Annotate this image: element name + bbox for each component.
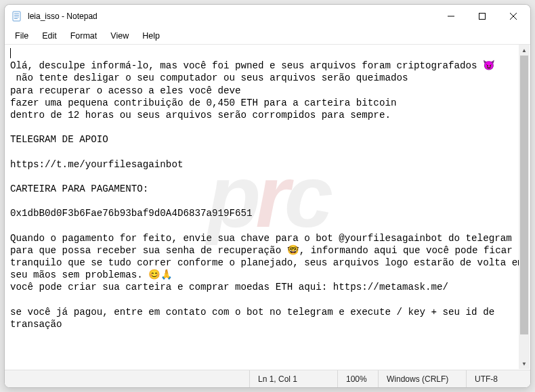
notepad-icon	[12, 11, 22, 22]
menu-edit[interactable]: Edit	[36, 29, 63, 43]
statusbar: Ln 1, Col 1 100% Windows (CRLF) UTF-8	[5, 370, 530, 387]
menu-help[interactable]: Help	[136, 29, 166, 43]
status-zoom: 100%	[337, 370, 378, 387]
status-encoding: UTF-8	[466, 370, 530, 387]
scroll-down-arrow-icon[interactable]: ▼	[519, 358, 530, 369]
svg-rect-6	[479, 14, 486, 20]
close-button[interactable]	[498, 5, 529, 27]
svg-rect-0	[13, 12, 20, 21]
scroll-up-arrow-icon[interactable]: ▲	[519, 45, 530, 56]
menubar: File Edit Format View Help	[5, 28, 530, 45]
menu-file[interactable]: File	[9, 29, 35, 43]
scrollbar-thumb[interactable]	[520, 56, 528, 334]
text-editor[interactable]: Olá, desculpe informá-lo, mas você foi p…	[5, 45, 530, 370]
titlebar[interactable]: leia_isso - Notepad	[5, 5, 530, 28]
text-caret	[10, 48, 11, 58]
status-spacer	[5, 370, 249, 387]
menu-format[interactable]: Format	[64, 29, 104, 43]
maximize-button[interactable]	[467, 5, 498, 27]
notepad-window: leia_isso - Notepad File Edit Format Vie…	[4, 4, 531, 388]
menu-view[interactable]: View	[104, 29, 135, 43]
vertical-scrollbar[interactable]: ▲ ▼	[519, 45, 530, 369]
minimize-button[interactable]	[435, 5, 467, 27]
status-position: Ln 1, Col 1	[249, 370, 337, 387]
window-title: leia_isso - Notepad	[28, 12, 98, 21]
editor-content: Olá, desculpe informá-lo, mas você foi p…	[10, 60, 529, 330]
status-line-ending: Windows (CRLF)	[378, 370, 466, 387]
